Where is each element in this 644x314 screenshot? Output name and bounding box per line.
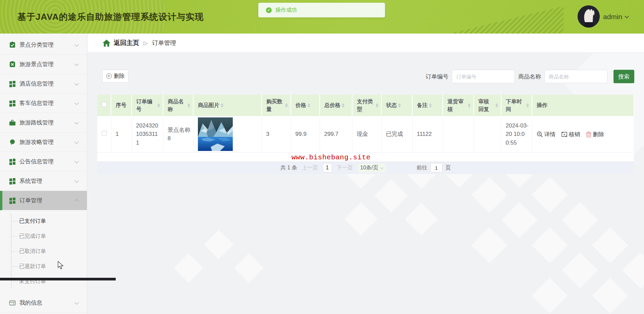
- orders-table-panel: 序号 订单编号 商品名称 商品图片 购: [97, 95, 634, 161]
- sidebar-item-label: 旅游景点管理: [19, 60, 54, 68]
- grid-icon: [9, 81, 16, 87]
- row-delete-button[interactable]: 删除: [586, 130, 604, 138]
- sidebar-item-bus-info[interactable]: 客车信息管理: [0, 94, 87, 113]
- submenu-item-cancelled-orders[interactable]: 已取消订单: [0, 244, 87, 259]
- pagination-bar: 共 1 条 上一页 1 下一页 10条/页 前往 页: [97, 161, 634, 174]
- chevron-down-icon: [74, 300, 79, 305]
- detail-label: 详情: [544, 130, 556, 138]
- submenu-item-refunded-orders[interactable]: 已退款订单: [0, 259, 87, 274]
- sidebar-item-travel-guide[interactable]: 旅游攻略管理: [0, 133, 87, 152]
- grid-icon: [9, 197, 16, 204]
- sidebar-item-label: 旅游攻略管理: [19, 138, 54, 146]
- next-page-button[interactable]: 下一页: [337, 164, 353, 171]
- sidebar-item-travel-route[interactable]: 旅游路线管理: [0, 113, 87, 133]
- pay-type-cell: 现金: [352, 116, 381, 153]
- select-all-header: [97, 95, 111, 116]
- chevron-down-icon: [74, 120, 79, 124]
- bulb-icon: [9, 139, 16, 146]
- home-icon: [103, 40, 110, 47]
- submenu-item-paid-orders[interactable]: 已支付订单: [0, 214, 87, 229]
- sort-caret-icon[interactable]: [285, 103, 288, 107]
- product-name-label: 商品名称: [518, 73, 541, 81]
- product-name-input[interactable]: [544, 70, 607, 83]
- sidebar-item-scenic-spot[interactable]: 旅游景点管理: [0, 55, 87, 74]
- clipboard-check-icon: [9, 42, 16, 48]
- quantity-cell: 3: [262, 116, 291, 153]
- breadcrumb-separator: ▷: [144, 40, 148, 46]
- check-circle-icon: ✓: [266, 7, 272, 13]
- actions-cell: 详情 ¥ 核销: [532, 116, 634, 153]
- product-image: [198, 117, 233, 151]
- grid-icon: [9, 178, 16, 185]
- sidebar-item-scenic-category[interactable]: 景点分类管理: [0, 35, 87, 55]
- goto-page-input[interactable]: [430, 163, 442, 172]
- row-checkbox[interactable]: [102, 131, 107, 136]
- grid-icon: [9, 158, 16, 165]
- return-review-cell: [443, 116, 474, 153]
- sidebar-item-system[interactable]: 系统管理: [0, 171, 87, 191]
- order-time-cell: 2024-03-20 10:00:55: [501, 116, 532, 153]
- sort-caret-icon[interactable]: [221, 103, 223, 107]
- sort-caret-icon[interactable]: [468, 103, 471, 107]
- column-header-quantity: 购买数量: [262, 95, 291, 116]
- delete-button[interactable]: ✕ 删除: [102, 70, 128, 83]
- sort-caret-icon[interactable]: [187, 103, 190, 107]
- sidebar-item-announcement[interactable]: 公告信息管理: [0, 152, 87, 171]
- sidebar-item-label: 酒店信息管理: [19, 80, 54, 88]
- column-header-remark: 备注: [412, 95, 443, 116]
- chevron-down-icon: [74, 159, 79, 163]
- breadcrumb: 返回主页 ▷ 订单管理: [88, 34, 644, 53]
- index-cell: 1: [111, 116, 131, 153]
- clipboard-x-icon: [9, 61, 16, 68]
- sort-caret-icon[interactable]: [308, 103, 310, 107]
- verify-button[interactable]: ¥ 核销: [561, 130, 580, 138]
- username-label: admin: [603, 13, 622, 21]
- trash-icon: [586, 131, 592, 138]
- table-row: 1 202432010353111 景点名称8: [97, 116, 634, 153]
- sidebar-item-label: 旅游路线管理: [19, 119, 54, 126]
- product-name-cell: 景点名称8: [163, 116, 193, 153]
- sort-caret-icon[interactable]: [526, 103, 529, 107]
- chevron-down-icon: [74, 81, 79, 86]
- search-button[interactable]: 搜索: [613, 70, 634, 83]
- sidebar-item-label: 公告信息管理: [19, 158, 54, 165]
- sort-caret-icon[interactable]: [157, 103, 160, 107]
- column-header-actions: 操作: [532, 95, 634, 116]
- sidebar-item-orders[interactable]: 订单管理: [0, 191, 87, 210]
- page-number[interactable]: 1: [323, 163, 332, 172]
- avatar[interactable]: [578, 5, 600, 28]
- grid-icon: [9, 100, 16, 107]
- user-menu[interactable]: admin: [603, 0, 628, 34]
- product-image-cell: [193, 116, 262, 153]
- sidebar-item-my-info[interactable]: 我的信息: [0, 293, 87, 313]
- row-delete-label: 删除: [593, 130, 604, 138]
- submenu-item-completed-orders[interactable]: 已完成订单: [0, 229, 87, 244]
- order-no-input[interactable]: [452, 70, 515, 83]
- select-all-checkbox[interactable]: [102, 102, 107, 107]
- sidebar-item-label: 订单管理: [19, 197, 42, 204]
- order-no-cell: 202432010353111: [131, 116, 163, 153]
- card-icon: [9, 300, 16, 306]
- sidebar-item-hotel-info[interactable]: 酒店信息管理: [0, 74, 87, 94]
- column-header-product-name: 商品名称: [163, 95, 193, 116]
- column-header-return-review: 退货审核: [443, 95, 474, 116]
- sidebar: 景点分类管理 旅游景点管理 酒店信息管理 客车信息管理: [0, 34, 87, 314]
- sort-caret-icon[interactable]: [495, 103, 498, 107]
- toast-message: 操作成功: [275, 7, 297, 14]
- sort-caret-icon[interactable]: [342, 103, 344, 107]
- remark-cell: 11122: [412, 116, 443, 153]
- chevron-down-icon: [380, 166, 384, 169]
- sort-caret-icon[interactable]: [376, 103, 378, 107]
- submenu-item-label: 已支付订单: [19, 218, 46, 225]
- page-size-select[interactable]: 10条/页: [358, 163, 386, 172]
- breadcrumb-home-link[interactable]: 返回主页: [103, 39, 139, 47]
- sort-caret-icon[interactable]: [398, 103, 401, 107]
- column-header-pay-type: 支付类型: [352, 95, 381, 116]
- detail-button[interactable]: 详情: [537, 130, 556, 138]
- column-header-order-no: 订单编号: [131, 95, 163, 116]
- prev-page-button[interactable]: 上一页: [302, 164, 318, 171]
- chevron-down-icon: [74, 140, 79, 144]
- page-title: 基于JAVA的途乐自助旅游管理系统设计与实现: [17, 11, 204, 23]
- submenu-item-unpaid-orders[interactable]: 未支付订单: [0, 274, 87, 289]
- sort-caret-icon[interactable]: [429, 103, 432, 107]
